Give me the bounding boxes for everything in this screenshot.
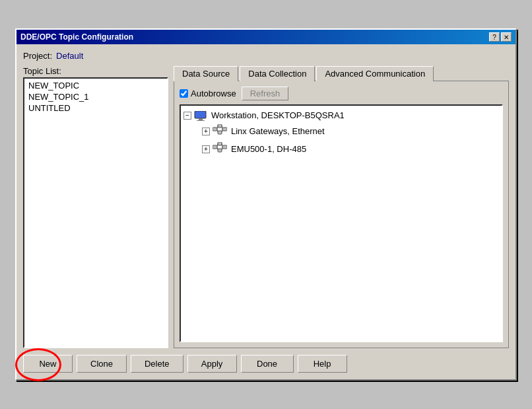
tree-area: − Workstation, DESKTOP-B5QSRA1 [180, 104, 503, 342]
svg-rect-6 [222, 128, 227, 131]
autobrowse-label[interactable]: Autobrowse [180, 89, 236, 98]
clone-button[interactable]: Clone [77, 355, 127, 373]
svg-rect-3 [213, 128, 217, 131]
delete-button[interactable]: Delete [131, 355, 183, 373]
network-icon-1 [213, 124, 227, 135]
main-area: Topic List: NEW_TOPIC NEW_TOPIC_1 UNTITL… [23, 66, 509, 348]
close-button[interactable]: ✕ [501, 32, 512, 42]
done-button[interactable]: Done [241, 355, 294, 373]
tree-expand-icon-1[interactable]: + [202, 128, 210, 135]
monitor-icon [194, 111, 207, 121]
bottom-buttons: New Clone Delete Apply Done Help [23, 355, 509, 373]
svg-rect-0 [195, 111, 206, 118]
refresh-button[interactable]: Refresh [242, 87, 289, 100]
window-body: Project: Default Topic List: NEW_TOPIC N… [17, 44, 515, 379]
tree-children: + [202, 124, 499, 158]
tab-data-source[interactable]: Data Source [174, 66, 238, 81]
svg-line-10 [222, 130, 222, 132]
new-button[interactable]: New [23, 355, 73, 373]
topic-item[interactable]: UNTITLED [26, 102, 166, 114]
main-window: DDE/OPC Topic Configuration ? ✕ Project:… [15, 28, 517, 381]
tree-root-row[interactable]: − Workstation, DESKTOP-B5QSRA1 [183, 108, 499, 124]
svg-rect-12 [218, 142, 222, 145]
topic-list-label: Topic List: [23, 66, 168, 76]
svg-line-18 [222, 147, 222, 150]
tree-root-label: Workstation, DESKTOP-B5QSRA1 [211, 109, 345, 123]
title-bar-controls: ? ✕ [489, 32, 512, 42]
tree-child-row-2[interactable]: + [202, 141, 499, 158]
svg-line-9 [222, 126, 222, 129]
tree-root-node: − Workstation, DESKTOP-B5QSRA1 [183, 108, 499, 157]
tab-content: Autobrowse Refresh − [174, 81, 509, 348]
autobrowse-checkbox[interactable] [180, 89, 188, 98]
svg-rect-14 [222, 145, 227, 149]
topic-item[interactable]: NEW_TOPIC [26, 80, 166, 91]
help-bottom-button[interactable]: Help [298, 355, 347, 373]
svg-line-16 [217, 147, 218, 150]
project-row: Project: Default [23, 51, 509, 61]
help-button[interactable]: ? [489, 32, 500, 42]
svg-rect-11 [213, 145, 217, 149]
apply-button[interactable]: Apply [187, 355, 237, 373]
svg-rect-4 [218, 124, 222, 128]
autobrowse-text: Autobrowse [191, 89, 236, 98]
tree-child-label-2: EMU500-1, DH-485 [231, 143, 306, 157]
tabs: Data Source Data Collection Advanced Com… [174, 66, 509, 81]
svg-rect-1 [199, 118, 203, 120]
title-bar: DDE/OPC Topic Configuration ? ✕ [17, 30, 515, 44]
tab-data-collection[interactable]: Data Collection [240, 66, 315, 81]
svg-rect-13 [218, 149, 222, 152]
tree-child-label-1: Linx Gateways, Ethernet [231, 125, 325, 139]
tab-advanced-communication[interactable]: Advanced Communication [316, 66, 434, 81]
right-panel: Data Source Data Collection Advanced Com… [174, 66, 509, 348]
topic-listbox[interactable]: NEW_TOPIC NEW_TOPIC_1 UNTITLED [23, 77, 168, 348]
left-panel: Topic List: NEW_TOPIC NEW_TOPIC_1 UNTITL… [23, 66, 168, 348]
svg-line-17 [222, 143, 222, 147]
svg-line-7 [217, 126, 218, 129]
tree-collapse-icon[interactable]: − [183, 112, 191, 120]
project-value: Default [56, 51, 83, 61]
svg-rect-2 [197, 120, 205, 121]
svg-line-15 [217, 143, 218, 147]
new-button-wrapper: New [23, 355, 73, 373]
tree-child-row-1[interactable]: + [202, 124, 499, 140]
svg-line-8 [217, 130, 218, 132]
project-label: Project: [23, 51, 52, 61]
window-title: DDE/OPC Topic Configuration [20, 32, 133, 42]
topic-item[interactable]: NEW_TOPIC_1 [26, 91, 166, 102]
tree-expand-icon-2[interactable]: + [202, 145, 210, 153]
autobrowse-row: Autobrowse Refresh [180, 87, 503, 100]
svg-rect-5 [218, 131, 222, 134]
network-icon-2 [213, 142, 227, 153]
